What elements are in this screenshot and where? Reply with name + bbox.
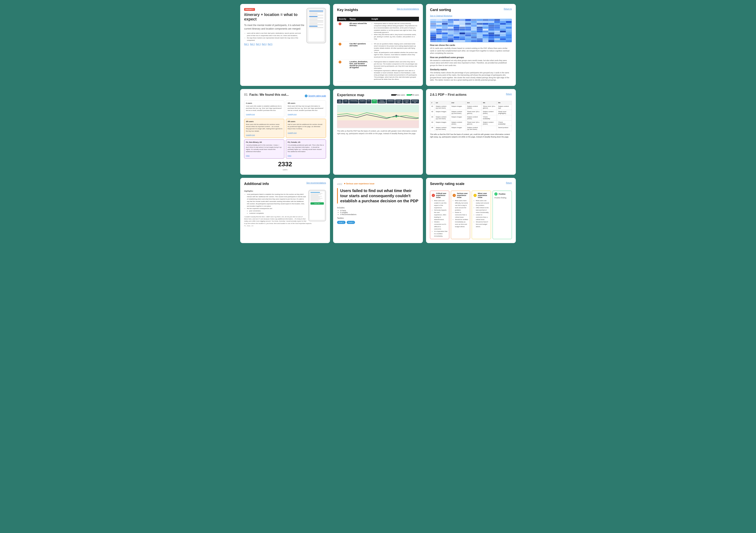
see-recommendations-link[interactable]: See recommendations — [306, 182, 326, 184]
quote-attr-1: P4, Non-Binary, UK — [246, 141, 283, 143]
legend-items: New users All users — [391, 94, 419, 96]
severity-col-positive: ✓ Positive Positive finding. — [493, 191, 512, 239]
insight-row-1: ! 4/5 users missed the itinerary Partici… — [337, 21, 419, 42]
quote-tag-2[interactable]: FIND — [288, 155, 291, 156]
insights-header: Key insights Skip to recommendations — [337, 8, 419, 14]
issue-type-badge: ● Serious user experience issue — [344, 182, 374, 185]
ref-links: Ref 1 Ref 2 Ref 3 Ref 4 Ref 5 — [244, 43, 304, 45]
include-2: 4 Recommendations — [340, 213, 419, 215]
fact-text-4: Half of users felt the additional info s… — [288, 123, 324, 130]
insight-row-3: ! Location, destination, time, and durat… — [337, 59, 419, 82]
insight-bullets-2: 5/5 can we questions failed, helping use… — [371, 43, 418, 58]
stage-9: Confirm. add. — [403, 99, 411, 103]
additional-phone-mockup: Book Now — [308, 190, 326, 221]
facts-grid: 2 users most users felt unable to establ… — [244, 100, 326, 158]
severity-scale-ref[interactable]: i Severity rating scale — [305, 95, 326, 97]
card-itinerary: PRIORITY itinerary + location = what to … — [240, 4, 330, 86]
quote-tag-1[interactable]: FIND — [246, 155, 250, 156]
legend-new-label: New users — [397, 94, 405, 96]
insights-title: Key insights — [337, 8, 358, 12]
insight-bullets-1: Participants failed to interact with the… — [371, 22, 418, 40]
card-sorting: Card sorting Return to See in Optimal Wo… — [426, 4, 516, 86]
fact-users-4: 3/5 users — [288, 121, 324, 123]
insight-theme-2: Can We? questions and tasks — [349, 43, 366, 47]
similarity-section: Similarity matrix The similarity matrix … — [430, 68, 512, 81]
pdp-r2-c2: Swipes content (up and down) — [450, 110, 466, 115]
exp-chart-svg — [337, 105, 419, 128]
card-sorting-title: Card sorting — [430, 8, 451, 12]
severity-return-link[interactable]: Return — [506, 182, 512, 188]
how-predefined-title: How we predefined some groups — [430, 56, 512, 59]
include-1: 5 Insights — [340, 211, 419, 213]
fact-tag-1[interactable]: Usability test — [246, 113, 255, 115]
sev-finding-positive: Positive finding. — [494, 197, 510, 199]
severity-dot-3: ! — [338, 61, 341, 64]
pdp-title: 2.6.1 PDP – First actions — [430, 93, 467, 97]
ref-1[interactable]: Ref 1 — [244, 43, 249, 45]
insights-col-insight: Insight — [370, 17, 419, 21]
pdp-row-3: #3 Swipes content (up and down) Swipes i… — [430, 115, 512, 120]
insight-bullets-3: Participants failed to establish where a… — [371, 61, 418, 81]
severity-scale-link[interactable]: Severity rating scale — [308, 95, 326, 97]
insight-theme-3: Location, destination, time, and duratio… — [349, 61, 368, 69]
severity-grid: ! Critical user experience issue Most us… — [430, 191, 512, 239]
pdp-r5-c4 — [482, 126, 497, 131]
ref-4[interactable]: Ref 4 — [262, 43, 267, 45]
includes-label: Includes: — [337, 207, 419, 209]
similarity-title: Similarity matrix — [430, 68, 512, 71]
fact-users-2: 3/5 users — [288, 102, 324, 104]
fact-item-1: 2 users most users felt unable to establ… — [244, 100, 284, 117]
fact-text-2: Most users felt they had enough informat… — [288, 105, 324, 112]
pdp-row-4: #4 Swipes images Swipes content (down) '… — [430, 120, 512, 126]
how-chose-text: All 31 cards were carefully chosen based… — [430, 47, 512, 55]
issue-header: #002 ● Serious user experience issue — [337, 182, 419, 186]
exp-map-area — [337, 105, 419, 128]
how-we-chose-section: How we chose the cards All 31 cards were… — [430, 44, 512, 55]
info-icon: i — [305, 95, 308, 97]
pdp-r4-c1: Swipes images — [434, 120, 450, 126]
pdp-r2-c3: 'Read more' (At a glance) — [466, 110, 482, 115]
similarity-text: The similarity matrix shows the percenta… — [430, 71, 512, 81]
legend-all-label: All users — [412, 94, 419, 96]
additional-header: Additional info See recommendations — [244, 182, 326, 188]
fact-users-1: 2 users — [246, 102, 283, 104]
severity-header: Severity rating scale Return — [430, 182, 512, 188]
card-severity: Severity rating scale Return ! Critical … — [426, 178, 516, 243]
card-facts: 01 Facts: We found this out... i Severit… — [240, 89, 330, 175]
sev-title-minor: Minor user experience issue — [478, 192, 489, 198]
fact-tag-4[interactable]: Usability test — [288, 132, 296, 134]
ref-2[interactable]: Ref 2 — [250, 43, 255, 45]
issue-number: #002 — [337, 183, 342, 185]
quote-text-1: I would probably put it in the overview.… — [246, 144, 283, 153]
legend-all-users: All users — [407, 94, 419, 96]
return-link[interactable]: Return to — [504, 8, 512, 14]
insight-theme-1: 4/5 users missed the itinerary — [349, 22, 367, 26]
pdp-r1-c3: Swipes content (down) — [466, 104, 482, 110]
legend-arrow-dark — [391, 94, 396, 96]
see-in-optimal-workshop-link[interactable]: See in Optimal Workshop — [430, 15, 452, 17]
skip-to-recommendations-link[interactable]: Skip to recommendations — [397, 8, 419, 10]
ref-3[interactable]: Ref 3 — [256, 43, 261, 45]
fact-tag-3[interactable]: Usability test — [246, 134, 255, 136]
severity-col-serious: ! Serious user experience issue Most use… — [451, 191, 470, 239]
fact-tag-2[interactable]: Usability test — [288, 113, 296, 115]
fact-text-3: Most users felt the additional info sect… — [246, 123, 283, 132]
stage-4: PLP — [366, 99, 371, 103]
pdp-r5-c2: Swipes images — [450, 126, 466, 131]
goal-4[interactable]: Goal 4 — [347, 221, 355, 224]
fact-item-2: 3/5 users Most users felt they had enoug… — [286, 100, 326, 117]
goal-1[interactable]: Goal 1 — [337, 221, 345, 224]
card-sorting-header: Card sorting Return to — [430, 8, 512, 14]
ref-5[interactable]: Ref 5 — [268, 43, 273, 45]
card-insights: Key insights Skip to recommendations Sev… — [333, 4, 423, 86]
pdp-return-link[interactable]: Return — [506, 93, 512, 95]
facts-title: 01 Facts: We found this out... — [244, 93, 289, 97]
users-count: 2332 — [244, 160, 326, 168]
severity-title: Severity rating scale — [430, 182, 464, 186]
stage-1: Login — [343, 99, 349, 103]
pdp-r3-c1: Swipes content (up and down) — [434, 115, 450, 120]
pdp-row-1-num: #1 — [430, 104, 435, 110]
pdp-r3-c5 — [497, 115, 512, 120]
tackles-label: Tackles: — [337, 217, 419, 219]
pdp-r4-c4: Swipes content (down) — [482, 120, 497, 126]
